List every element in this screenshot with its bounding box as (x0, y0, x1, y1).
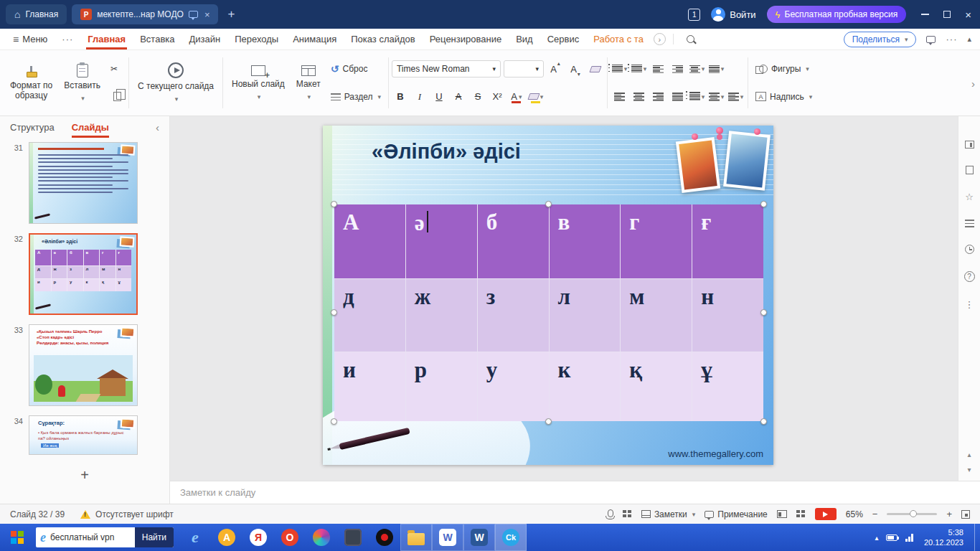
shapes-button[interactable]: Фигуры (751, 60, 816, 77)
play-from-current-button[interactable]: С текущего слайда (132, 54, 220, 112)
decrease-font-button[interactable]: A▾ (567, 60, 584, 77)
share-button[interactable]: Поделиться (844, 32, 917, 47)
table-cell[interactable]: р (406, 352, 477, 421)
zoom-in-button[interactable]: + (946, 509, 952, 519)
font-size-select[interactable]: ▾ (504, 60, 544, 77)
zoom-level[interactable]: 65% (846, 509, 863, 519)
taskbar-app-a[interactable]: A (211, 524, 242, 551)
superscript-button[interactable]: X² (489, 88, 506, 105)
help-icon[interactable]: ? (964, 271, 975, 282)
selection-handle[interactable] (760, 201, 767, 207)
maximize-button[interactable] (943, 11, 951, 18)
voice-icon[interactable] (608, 509, 613, 517)
home-tab[interactable]: ⌂ Главная (6, 4, 67, 24)
section-button[interactable]: Раздел (326, 88, 385, 105)
taskbar-app-dark[interactable] (337, 524, 369, 551)
document-tab[interactable]: P мектепте...нар МОДО × (72, 4, 218, 24)
slide-thumbnail-32-selected[interactable]: «Әліпби» әдісі Аәбвгғ джзлмн ирукқұ (29, 233, 138, 315)
menu-tab-table-tools[interactable]: Работа с та (586, 29, 651, 50)
bullets-button[interactable] (611, 60, 628, 77)
table-cell[interactable]: з (478, 279, 549, 352)
table-cell[interactable]: ғ (692, 204, 763, 278)
more-options-button[interactable]: ··· (946, 34, 957, 44)
format-painter-button[interactable]: Формат по образцу (4, 54, 58, 112)
taskbar-app-wps[interactable]: W (432, 524, 463, 551)
table-cell[interactable]: у (478, 352, 549, 421)
comment-toggle[interactable]: Примечание (705, 509, 767, 519)
tray-expand-icon[interactable]: ▴ (875, 534, 878, 542)
slide[interactable]: «Әліпби» әдісі А ә б в г ғ д ж (323, 126, 773, 465)
increase-indent-button[interactable] (669, 60, 687, 77)
previous-slide-button[interactable]: ▴ (967, 451, 971, 458)
slide-thumbnail-33[interactable]: «Қызыл телпек» Шарль Перро «Стоп кадр» ә… (29, 324, 138, 406)
table-cell[interactable]: ұ (692, 352, 763, 421)
reset-button[interactable]: ↺ Сброс (326, 60, 385, 77)
justify-button[interactable] (669, 88, 687, 105)
table-cell[interactable]: к (550, 352, 621, 421)
table-cell[interactable]: д (334, 279, 405, 352)
columns-button[interactable] (707, 88, 725, 105)
taskbar-app-opera[interactable]: O (274, 524, 306, 551)
highlight-button[interactable] (527, 88, 545, 105)
selection-handle[interactable] (545, 201, 552, 207)
table-cell[interactable]: м (621, 279, 692, 352)
copy-button[interactable] (106, 88, 126, 105)
history-icon[interactable] (965, 245, 974, 254)
decrease-indent-button[interactable] (649, 60, 667, 77)
table-cell[interactable]: г (621, 204, 692, 278)
slide-title[interactable]: «Әліпби» әдісі (372, 140, 521, 164)
textbox-button[interactable]: Надпись (751, 88, 816, 105)
slideshow-button[interactable] (815, 508, 837, 520)
slide-canvas[interactable]: «Әліпби» әдісі А ә б в г ғ д ж (170, 116, 958, 481)
search-button[interactable] (678, 29, 703, 50)
paragraph-settings-button[interactable] (727, 88, 745, 105)
battery-icon[interactable] (886, 534, 897, 541)
menu-more-button[interactable]: ··· (55, 29, 80, 50)
increase-font-button[interactable]: A▴ (547, 60, 564, 77)
table-cell[interactable]: қ (621, 352, 692, 421)
pages-panel-icon[interactable] (966, 166, 974, 174)
favorites-icon[interactable]: ☆ (965, 192, 974, 202)
zoom-slider-thumb[interactable] (910, 510, 917, 517)
selection-handle[interactable] (331, 201, 337, 207)
table-cell[interactable]: А (334, 204, 405, 278)
next-slide-button[interactable]: ▾ (967, 466, 971, 474)
align-right-button[interactable] (649, 88, 667, 105)
main-menu-button[interactable]: ≡ Меню (6, 29, 55, 50)
close-window-button[interactable]: × (965, 9, 971, 21)
login-button[interactable]: Войти (711, 7, 755, 22)
slide-table[interactable]: А ә б в г ғ д ж з л м н (334, 204, 763, 421)
add-slide-button[interactable]: + (0, 464, 169, 489)
taskbar-app-ck[interactable]: Ck (495, 524, 527, 551)
missing-font-warning[interactable]: ! Отсутствует шрифт (80, 509, 174, 519)
find-button[interactable]: Найти (135, 527, 174, 547)
collapse-ribbon-button[interactable]: ▴ (967, 34, 971, 44)
zoom-slider[interactable] (887, 513, 937, 515)
table-cell[interactable]: в (550, 204, 621, 278)
layout-button[interactable]: Макет (291, 54, 326, 112)
network-icon[interactable] (905, 534, 913, 542)
tab-structure[interactable]: Структура (10, 116, 55, 138)
notes-toggle[interactable]: Заметки (641, 509, 695, 519)
close-tab-icon[interactable]: × (204, 9, 210, 20)
minimize-button[interactable] (921, 14, 929, 15)
menu-tab-view[interactable]: Вид (509, 29, 540, 50)
selection-handle[interactable] (545, 418, 552, 425)
clear-format-button[interactable] (587, 60, 604, 77)
cut-button[interactable]: ✂ (106, 60, 126, 77)
tab-slides[interactable]: Слайды (72, 116, 109, 138)
normal-view-button[interactable] (777, 510, 787, 518)
more-panels-icon[interactable]: ⋮ (965, 299, 974, 310)
show-desktop-button[interactable] (974, 524, 978, 551)
sort-button[interactable] (707, 60, 725, 77)
strike-button[interactable]: S (469, 88, 486, 105)
taskbar-search[interactable]: e бесплатный vpn Найти (36, 527, 174, 547)
taskbar-app-media[interactable] (306, 524, 337, 551)
layout-grid-icon[interactable] (623, 510, 632, 518)
new-tab-button[interactable]: + (223, 7, 239, 22)
selection-handle[interactable] (760, 309, 767, 316)
taskbar-app-yandex[interactable]: Я (242, 524, 274, 551)
align-center-button[interactable] (630, 88, 648, 105)
ribbon-expand-button[interactable]: › (971, 77, 975, 89)
numbering-button[interactable] (630, 60, 648, 77)
